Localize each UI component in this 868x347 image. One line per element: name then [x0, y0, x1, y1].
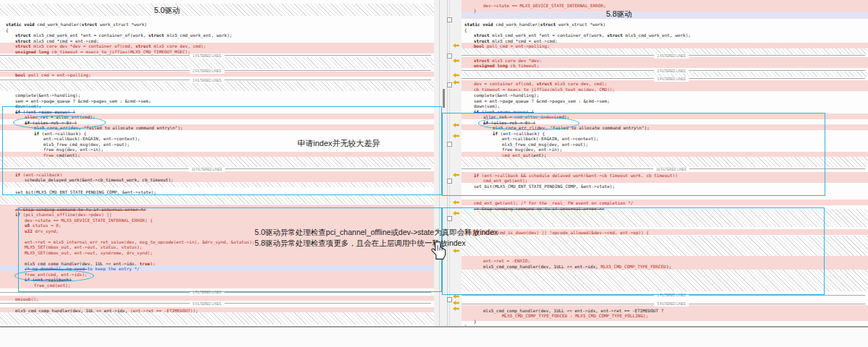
filtered-lines-label: 5 FILTERED LINES	[654, 301, 688, 307]
code-line: bool poll_cmd = ent->polling;	[15, 72, 91, 78]
fold-toggle-icon[interactable]	[447, 17, 452, 22]
code-line: unsigned long cb_timeout;	[474, 63, 539, 69]
filtered-lines-label: 3 FILTERED LINES	[654, 77, 688, 82]
code-line: }	[474, 319, 477, 325]
filtered-lines-label: 5 FILTERED LINES	[190, 301, 224, 307]
code-line: MLX5_CMD_COMP_TYPE_FORCED : MLX5_CMD_COM…	[502, 313, 648, 319]
code-line: struct mlx5_cmd_work_ent *ent = containe…	[15, 33, 232, 38]
code-line: mmiowb();	[15, 296, 39, 302]
code-line: complete(&ent->handling);	[474, 93, 539, 98]
code-line: cmd_ent_get(ent); /* for the _real_ FW e…	[474, 200, 633, 206]
fold-toggle-icon[interactable]	[447, 53, 452, 59]
fold-toggle-icon[interactable]	[447, 297, 452, 302]
code-line: struct mlx5_cmd_work_ent *ent = containe…	[474, 33, 691, 38]
annotation-ellipse	[478, 116, 579, 130]
annotation-ellipse	[13, 116, 106, 129]
left-pane-title: 5.0驱动	[154, 6, 180, 16]
filtered-lines-label: 3 FILTERED LINES	[190, 78, 224, 83]
fold-toggle-icon[interactable]	[447, 82, 452, 87]
filtered-lines-label: 2 FILTERED LINES	[654, 69, 688, 74]
filtered-lines-marker: 1 FILTERED LINES	[0, 55, 431, 56]
divider-scrollbar-thumb[interactable]	[443, 89, 445, 108]
filtered-lines-label: 1 FILTERED LINES	[190, 53, 224, 59]
code-line: unsigned long cb_timeout = msecs_to_jiff…	[15, 49, 190, 55]
diff-tool-window: static void cmd_work_handler(struct work…	[0, 0, 868, 347]
code-line: {	[6, 27, 9, 33]
annotation-note-index: 申请index并无较大差异	[297, 138, 380, 149]
code-line: mlx5_cmd_comp_handler(dev, 1ULL << ent->…	[483, 308, 663, 314]
filtered-lines-marker: 2 FILTERED LINES	[461, 70, 865, 71]
filtered-lines-label: 2 FILTERED LINES	[190, 69, 224, 74]
code-line: dev->state == MLX5_DEVICE_STATE_INTERNAL…	[483, 3, 606, 9]
code-line: sem = ent->page_queue ? &cmd->pages_sem …	[15, 98, 151, 104]
filtered-lines-marker: 5 FILTERED LINES	[461, 304, 865, 304]
filtered-lines-marker: 3 FILTERED LINES	[0, 80, 431, 80]
filtered-lines-marker: 1 FILTERED LINES	[461, 55, 865, 56]
code-line: mlx5_cmd_comp_handler(dev, 1UL << ent->i…	[15, 308, 198, 314]
code-line: }	[474, 8, 477, 14]
filtered-lines-marker: 3 FILTERED LINES	[461, 78, 865, 79]
right-pane-title: 5.8驱动	[606, 9, 632, 20]
annotation-note-50-driver: 5.0驱动异常处理检查pci_channel_offline或dev->stat…	[255, 228, 498, 238]
code-line: static void cmd_work_handler(struct work…	[464, 22, 605, 27]
code-line: bool poll_cmd = ent->polling;	[474, 43, 550, 49]
mouse-cursor-hand-icon	[430, 241, 448, 263]
diff-line-highlight	[0, 296, 434, 301]
code-line: cb_timeout = msecs_to_jiffies(mlx5_tout_…	[474, 87, 615, 93]
filtered-region-band	[0, 195, 434, 204]
diff-highlight-band	[461, 12, 868, 19]
pane-bottom-border	[0, 326, 868, 327]
code-line: sem = ent->page_queue ? &cmd->pages_sem …	[474, 98, 610, 104]
filtered-region-band	[0, 4, 434, 16]
filtered-lines-marker: 5 FILTERED LINES	[0, 303, 431, 304]
code-line: complete(&ent->handling);	[15, 93, 80, 98]
annotation-ellipse	[14, 270, 94, 282]
annotation-box	[442, 207, 825, 295]
filtered-region-band	[0, 57, 434, 69]
code-line: {	[464, 27, 467, 33]
code-line: static void cmd_work_handler(struct work…	[6, 22, 147, 27]
code-line: down(sem);	[474, 103, 500, 109]
filtered-lines-marker: 2 FILTERED LINES	[0, 70, 431, 71]
filtered-lines-label: 1 FILTERED LINES	[654, 53, 688, 59]
